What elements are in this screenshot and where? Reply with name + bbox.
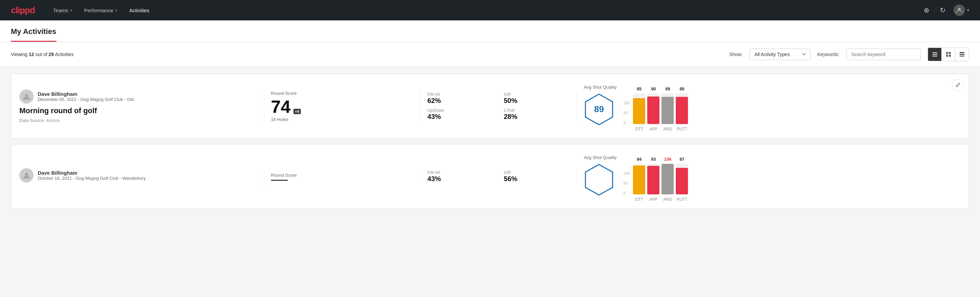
viewing-count-text: Viewing 12 out of 29 Activities: [11, 52, 74, 57]
gir-stat-2: GIR 56%: [504, 170, 570, 183]
fw-hit-label-2: FW Hit: [428, 170, 494, 175]
view-toggle-list-detail[interactable]: [955, 48, 969, 61]
brand-logo[interactable]: clippd: [11, 5, 35, 16]
bar-app-value-2: 93: [651, 156, 656, 162]
bar-chart: 100 50 0 85 OTT 90: [624, 86, 688, 131]
avg-shot-quality-section-2: Avg Shot Quality 100 50 0: [577, 151, 961, 202]
updown-stat: Up/Down 43%: [428, 108, 494, 121]
view-toggle-grid[interactable]: [942, 48, 955, 61]
bar-app-label-2: APP: [649, 197, 657, 202]
score-main: 74 +4: [271, 98, 414, 115]
performance-chevron-icon: ▾: [115, 8, 117, 12]
bar-arg-value-2: 106: [664, 156, 672, 162]
score-badge: +4: [293, 109, 301, 114]
bar-ott-value: 85: [637, 86, 641, 91]
fw-hit-value-2: 43%: [428, 175, 494, 183]
updown-value: 43%: [428, 113, 494, 121]
avatar-button[interactable]: ▾: [953, 5, 969, 16]
nav-links: Teams ▾ Performance ▾ Activities: [49, 5, 921, 16]
hex-display: 89: [584, 93, 617, 128]
page-title: My Activities: [11, 27, 56, 42]
svg-rect-7: [949, 55, 951, 57]
svg-rect-2: [932, 54, 937, 55]
hex-display-2: [584, 163, 617, 198]
avatar-chevron-icon: ▾: [967, 8, 969, 13]
avg-shot-quality-label-2: Avg Shot Quality: [584, 155, 617, 160]
round-score-section: Round Score 74 +4 18 Holes: [264, 91, 421, 122]
activity-type-select[interactable]: All Activity Types: [749, 49, 811, 60]
y-axis-bot: 0: [624, 121, 630, 125]
gir-label-2: GIR: [504, 170, 570, 175]
edit-button[interactable]: [952, 79, 964, 91]
bar-putt-value-2: 87: [679, 156, 684, 162]
updown-label: Up/Down: [428, 108, 494, 113]
nav-teams[interactable]: Teams ▾: [49, 5, 77, 16]
bar-app-label: APP: [649, 127, 657, 131]
gir-stat: GIR 50%: [504, 92, 570, 105]
y-axis-top: 100: [624, 101, 630, 105]
bar-putt-2: 87 PUTT: [676, 156, 688, 202]
activity-card-2: Dave Billingham October 16, 2021 - Gog M…: [11, 144, 969, 209]
bar-arg: 89 ARG: [662, 86, 674, 131]
stats-section: FW Hit 62% GIR 50% Up/Down 43% 1 Putt 28…: [421, 92, 577, 121]
add-button[interactable]: ⊕: [921, 5, 932, 16]
data-source: Data Source: Arccos: [19, 118, 257, 123]
page-header: My Activities: [0, 21, 980, 42]
view-toggles: [928, 48, 969, 61]
fw-hit-value: 62%: [428, 97, 494, 105]
oneputt-label: 1 Putt: [504, 108, 570, 113]
score-number: 74: [271, 98, 291, 115]
fw-hit-stat: FW Hit 62%: [428, 92, 494, 105]
stats-section-2: FW Hit 43% GIR 56%: [421, 170, 577, 183]
nav-performance[interactable]: Performance ▾: [80, 5, 122, 16]
view-toggle-list-compact[interactable]: [928, 48, 942, 61]
svg-rect-6: [946, 55, 948, 57]
bar-arg-label-2: ARG: [663, 197, 672, 202]
y-axis-top-2: 100: [624, 171, 630, 176]
bar-app-value: 90: [651, 86, 656, 91]
svg-marker-15: [585, 164, 612, 195]
stats-grid-2: FW Hit 43% GIR 56%: [428, 170, 570, 183]
avg-shot-quality-content: Avg Shot Quality 89: [584, 85, 617, 128]
card-body-2: Dave Billingham October 16, 2021 - Gog M…: [19, 151, 961, 202]
teams-chevron-icon: ▾: [70, 8, 72, 12]
svg-rect-4: [946, 52, 948, 54]
card-user-row: Dave Billingham December 05, 2021 - Gog …: [19, 89, 257, 104]
oneputt-value: 28%: [504, 113, 570, 121]
round-score-label: Round Score: [271, 91, 414, 96]
user-date-2: October 16, 2021 - Gog Magog Golf Club -…: [38, 176, 146, 181]
user-avatar-2: [19, 168, 33, 182]
avg-shot-quality-label: Avg Shot Quality: [584, 85, 617, 90]
y-axis-mid-2: 50: [624, 181, 630, 185]
nav-activities[interactable]: Activities: [125, 5, 154, 16]
bar-arg-value: 89: [665, 86, 670, 91]
bar-putt: 89 PUTT: [676, 86, 688, 131]
gir-label: GIR: [504, 92, 570, 97]
svg-rect-10: [959, 56, 964, 57]
svg-rect-1: [932, 52, 937, 53]
user-info: Dave Billingham December 05, 2021 - Gog …: [38, 91, 134, 102]
svg-rect-5: [949, 52, 951, 54]
gir-value-2: 56%: [504, 175, 570, 183]
bar-app-2: 93 APP: [647, 156, 659, 202]
refresh-button[interactable]: ↻: [937, 5, 948, 16]
card-user-row-2: Dave Billingham October 16, 2021 - Gog M…: [19, 168, 257, 182]
svg-text:89: 89: [594, 104, 604, 114]
activity-card: Dave Billingham December 05, 2021 - Gog …: [11, 74, 969, 139]
bar-ott-label: OTT: [635, 127, 643, 131]
stats-grid: FW Hit 62% GIR 50% Up/Down 43% 1 Putt 28…: [428, 92, 570, 121]
main-content: Dave Billingham December 05, 2021 - Gog …: [0, 67, 980, 221]
keyword-input[interactable]: [846, 49, 921, 60]
bar-app: 90 APP: [647, 86, 659, 131]
avg-shot-quality-content-2: Avg Shot Quality: [584, 155, 617, 198]
svg-rect-8: [959, 52, 964, 53]
filter-bar: Viewing 12 out of 29 Activities Show: Al…: [0, 42, 980, 67]
y-axis-bot-2: 0: [624, 191, 630, 195]
bar-ott-label-2: OTT: [635, 197, 643, 202]
show-label: Show:: [729, 52, 743, 57]
avg-shot-quality-section: Avg Shot Quality 89 100 50: [577, 81, 961, 131]
nav-right: ⊕ ↻ ▾: [921, 5, 969, 16]
user-date: December 05, 2021 - Gog Magog Golf Club …: [38, 97, 134, 102]
round-score-section-2: Round Score: [264, 172, 421, 181]
bar-arg-label: ARG: [663, 127, 672, 131]
